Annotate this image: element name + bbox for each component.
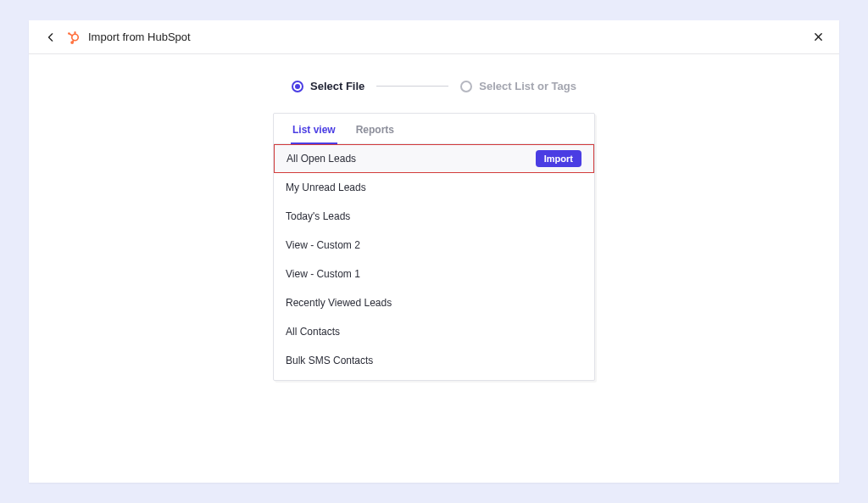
list-item[interactable]: Today's Leads [274, 202, 594, 231]
list-item-label: Bulk SMS Contacts [286, 355, 373, 366]
step-select-list-or-tags[interactable]: Select List or Tags [460, 80, 576, 92]
svg-line-5 [70, 34, 73, 36]
list-item-label: View - Custom 2 [286, 239, 360, 251]
list-item[interactable]: View - Custom 2 [274, 231, 594, 260]
list-item[interactable] [274, 375, 594, 380]
step-label: Select List or Tags [479, 80, 576, 92]
list-item[interactable]: All Open Leads Import [274, 144, 594, 173]
hubspot-icon [66, 30, 81, 45]
list-item[interactable]: All Contacts [274, 317, 594, 346]
tab-list-view[interactable]: List view [292, 124, 336, 143]
stepper: Select File Select List or Tags [29, 80, 839, 92]
list-item-label: My Unread Leads [286, 182, 366, 193]
list-item-label: All Open Leads [287, 153, 356, 165]
chevron-left-icon [47, 33, 55, 42]
list-item[interactable]: Recently Viewed Leads [274, 288, 594, 317]
tab-reports[interactable]: Reports [356, 124, 394, 143]
svg-line-6 [73, 40, 74, 42]
step-connector [376, 86, 448, 87]
list-card: List view Reports All Open Leads Import … [273, 113, 595, 381]
list-item-label: View - Custom 1 [286, 268, 360, 280]
list-item-label: Recently Viewed Leads [286, 297, 392, 309]
list-item[interactable]: My Unread Leads [274, 173, 594, 202]
radio-inactive-icon [460, 81, 472, 92]
list-item-label: All Contacts [286, 326, 340, 338]
modal-header: Import from HubSpot [29, 20, 839, 54]
list-item[interactable]: View - Custom 1 [274, 260, 594, 288]
modal-dialog: Import from HubSpot Select File Select L… [29, 20, 839, 483]
import-button[interactable]: Import [536, 150, 581, 167]
close-icon [814, 32, 823, 42]
tabs: List view Reports [274, 114, 594, 144]
list-item[interactable]: Bulk SMS Contacts [274, 346, 594, 375]
step-label: Select File [310, 80, 364, 92]
close-button[interactable] [812, 31, 824, 43]
back-button[interactable] [44, 31, 58, 44]
radio-active-icon [292, 81, 303, 92]
modal-title: Import from HubSpot [88, 31, 191, 43]
list-container[interactable]: All Open Leads Import My Unread Leads To… [274, 144, 594, 380]
list-item-label: Today's Leads [286, 210, 350, 222]
svg-point-0 [72, 34, 79, 41]
step-select-file[interactable]: Select File [292, 80, 364, 92]
